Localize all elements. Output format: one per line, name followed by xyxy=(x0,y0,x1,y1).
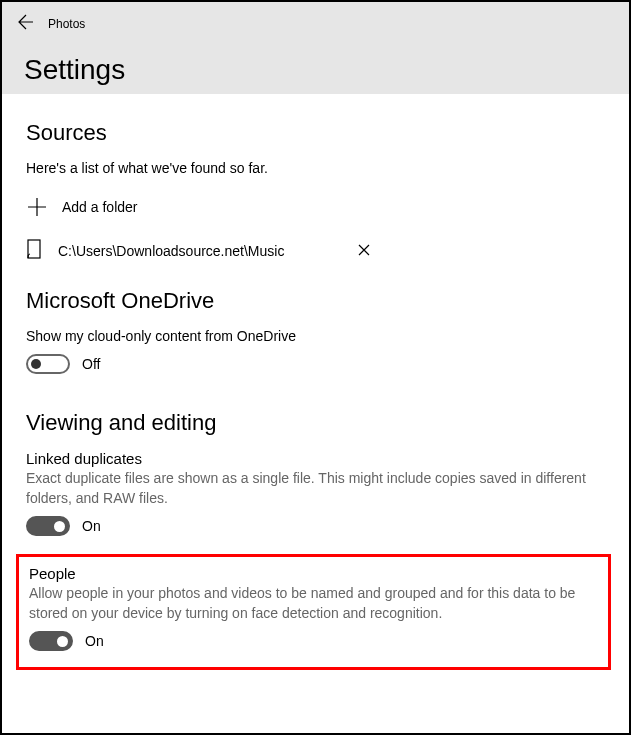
add-folder-label: Add a folder xyxy=(62,199,138,215)
toggle-knob xyxy=(57,636,68,647)
folder-path: C:\Users\Downloadsource.net\Music xyxy=(58,242,284,260)
onedrive-toggle-row: Off xyxy=(26,354,605,374)
linked-duplicates-state-label: On xyxy=(82,518,101,534)
folder-item: C:\Users\Downloadsource.net\Music xyxy=(26,238,605,264)
sources-subtext: Here's a list of what we've found so far… xyxy=(26,160,605,176)
close-icon xyxy=(358,244,370,256)
toggle-knob xyxy=(54,521,65,532)
remove-folder-button[interactable] xyxy=(358,243,370,259)
people-toggle-row: On xyxy=(29,631,598,651)
linked-duplicates-label: Linked duplicates xyxy=(26,450,605,467)
svg-rect-0 xyxy=(28,240,40,258)
people-highlight-box: People Allow people in your photos and v… xyxy=(16,554,611,670)
viewing-title: Viewing and editing xyxy=(26,410,605,436)
viewing-section: Viewing and editing Linked duplicates Ex… xyxy=(26,410,605,670)
people-desc: Allow people in your photos and videos t… xyxy=(29,584,598,623)
onedrive-section: Microsoft OneDrive Show my cloud-only co… xyxy=(26,288,605,374)
linked-duplicates-desc: Exact duplicate files are shown as a sin… xyxy=(26,469,605,508)
back-arrow-icon xyxy=(18,14,34,30)
add-folder-button[interactable]: Add a folder xyxy=(26,196,605,218)
folder-icon xyxy=(26,238,44,264)
page-title: Settings xyxy=(24,54,613,86)
plus-icon xyxy=(26,196,48,218)
onedrive-title: Microsoft OneDrive xyxy=(26,288,605,314)
linked-duplicates-toggle-row: On xyxy=(26,516,605,536)
people-toggle[interactable] xyxy=(29,631,73,651)
top-row: Photos xyxy=(18,10,613,38)
toggle-knob xyxy=(31,359,41,369)
onedrive-desc: Show my cloud-only content from OneDrive xyxy=(26,328,605,344)
onedrive-toggle[interactable] xyxy=(26,354,70,374)
back-button[interactable] xyxy=(18,14,34,34)
onedrive-state-label: Off xyxy=(82,356,100,372)
people-state-label: On xyxy=(85,633,104,649)
content: Sources Here's a list of what we've foun… xyxy=(2,94,629,690)
header-bar: Photos Settings xyxy=(2,2,629,94)
sources-title: Sources xyxy=(26,120,605,146)
app-name: Photos xyxy=(48,17,85,31)
linked-duplicates-toggle[interactable] xyxy=(26,516,70,536)
people-label: People xyxy=(29,565,598,582)
